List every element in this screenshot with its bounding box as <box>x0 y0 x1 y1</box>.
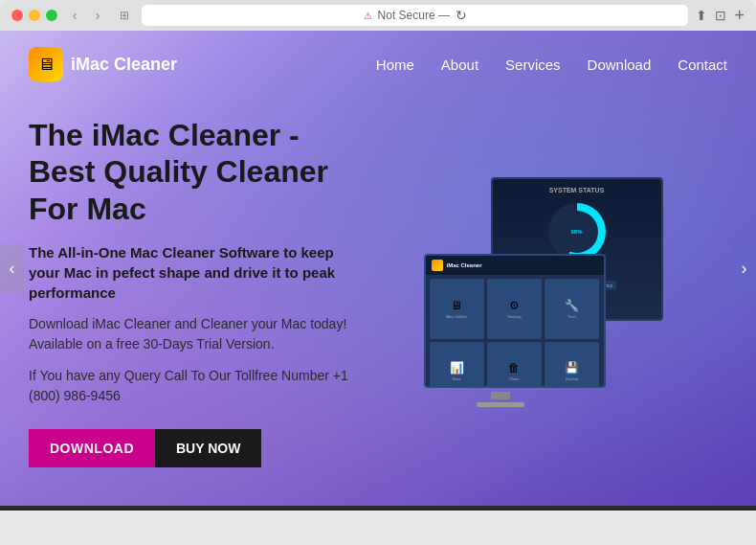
nav-links: Home About Services Download Contact <box>376 57 727 73</box>
tile-utilities: 🖥 iMac Utilities <box>430 279 484 339</box>
close-button[interactable] <box>11 10 23 21</box>
download-button[interactable]: DOWNLOAD <box>29 429 155 467</box>
hero-image: SYSTEM STATUS 98% EXCELLENT Memory Stora… <box>388 177 727 407</box>
screens-mockup: SYSTEM STATUS 98% EXCELLENT Memory Stora… <box>424 177 692 407</box>
title-bar: ‹ › ⊞ ⚠ Not Secure — ↻ ⬆ ⊡ + <box>0 0 756 31</box>
address-text: Not Secure — <box>378 9 450 22</box>
hero-subtitle: The All-in-One Mac Cleaner Software to k… <box>29 242 368 303</box>
tile-settings: ⚙ Settings <box>487 279 542 339</box>
security-icon: ⚠ <box>364 11 372 21</box>
tile-backup-label: Backup <box>566 376 578 381</box>
main-nav: 🖥 iMac Cleaner Home About Services Downl… <box>0 31 756 98</box>
tile-backup: 💾 Backup <box>545 342 599 389</box>
website-content: 🖥 iMac Cleaner Home About Services Downl… <box>0 31 756 511</box>
hero-phone: If You have any Query Call To Our Tollfr… <box>29 366 368 406</box>
traffic-lights <box>11 10 57 21</box>
buy-now-button[interactable]: BUY NOW <box>155 429 261 467</box>
tile-tools: 🔧 Tools <box>545 279 599 339</box>
hero-title: The iMac Cleaner - Best Quality Cleaner … <box>29 117 368 227</box>
nav-services[interactable]: Services <box>505 57 561 73</box>
hero-section: 🖥 iMac Cleaner Home About Services Downl… <box>0 31 756 506</box>
forward-button[interactable]: › <box>88 6 107 25</box>
tile-stats-label: Stats <box>453 376 461 381</box>
tile-settings-label: Settings <box>507 314 521 319</box>
logo: 🖥 iMac Cleaner <box>29 47 177 81</box>
tools-icon: 🔧 <box>565 299 579 312</box>
backup-icon: 💾 <box>565 361 579 375</box>
settings-icon: ⚙ <box>509 299 520 312</box>
clean-icon: 🗑 <box>508 361 520 375</box>
nav-download[interactable]: Download <box>588 57 652 73</box>
browser-window: ‹ › ⊞ ⚠ Not Secure — ↻ ⬆ ⊡ + <box>0 0 756 31</box>
screen-front-base <box>477 402 524 407</box>
hero-desc: Download iMac Cleaner and Cleaner your M… <box>29 314 368 354</box>
tab-overview-button[interactable]: ⊞ <box>115 6 134 25</box>
screen-front: iMac Cleaner 🖥 iMac Utilities ⚙ Settings <box>424 254 606 388</box>
bookmark-button[interactable]: ⊡ <box>715 8 726 23</box>
tile-stats: 📊 Stats <box>430 342 484 389</box>
screen-front-stand <box>491 392 510 399</box>
imac-title-small: iMac Cleaner <box>447 262 482 268</box>
hero-buttons: DOWNLOAD BUY NOW <box>29 429 368 467</box>
logo-icon: 🖥 <box>29 47 63 81</box>
hero-text: The iMac Cleaner - Best Quality Cleaner … <box>29 117 368 467</box>
cta-section: For Enquiry Toll Free +1 (800) 986-9456 <box>0 506 756 511</box>
stats-icon: 📊 <box>450 361 464 375</box>
back-button[interactable]: ‹ <box>65 6 84 25</box>
tile-utilities-label: iMac Utilities <box>446 314 467 319</box>
fullscreen-button[interactable] <box>46 10 57 21</box>
reload-button[interactable]: ↻ <box>456 8 467 23</box>
minimize-button[interactable] <box>29 10 40 21</box>
nav-home[interactable]: Home <box>376 57 414 73</box>
browser-nav-arrows: ‹ › <box>65 6 107 25</box>
tile-clean-label: Clean <box>509 376 519 381</box>
tile-tools-label: Tools <box>567 314 576 319</box>
utilities-icon: 🖥 <box>451 299 462 312</box>
hero-content: The iMac Cleaner - Best Quality Cleaner … <box>0 98 756 506</box>
logo-text: iMac Cleaner <box>71 55 177 75</box>
new-tab-button[interactable]: + <box>734 6 745 26</box>
imac-logo-small <box>432 260 443 271</box>
carousel-prev-button[interactable]: ‹ <box>0 244 24 292</box>
address-bar[interactable]: ⚠ Not Secure — ↻ <box>142 5 688 26</box>
tile-clean: 🗑 Clean <box>487 342 542 389</box>
nav-contact[interactable]: Contact <box>678 57 727 73</box>
nav-about[interactable]: About <box>441 57 478 73</box>
share-button[interactable]: ⬆ <box>696 8 707 23</box>
carousel-next-button[interactable]: › <box>732 244 756 292</box>
